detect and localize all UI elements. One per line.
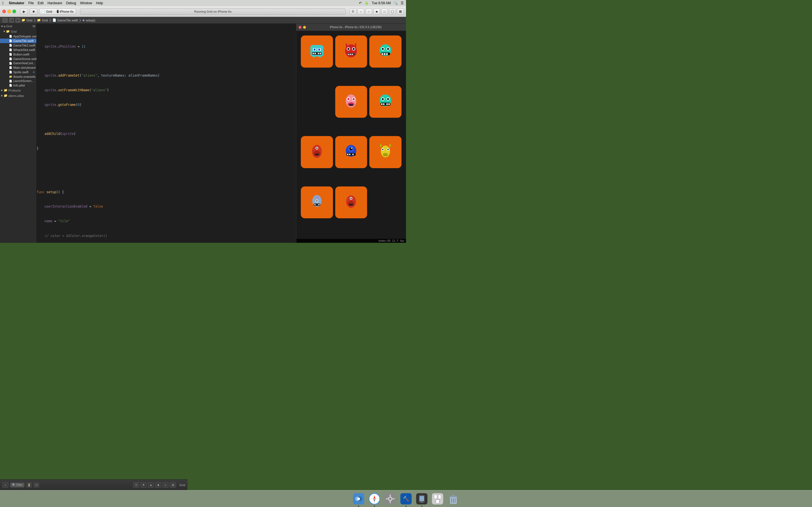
sim-close[interactable] [299, 26, 301, 29]
storyboard-icon2: 📄 [9, 80, 12, 82]
alien-cell-8 [369, 136, 402, 168]
sidebar-item-gametile2[interactable]: 📄 GameTile2.swift A [0, 43, 36, 48]
minimize-button[interactable] [7, 10, 11, 13]
swift-icon7: 📄 [9, 62, 12, 65]
menu-help[interactable]: Help [96, 1, 103, 5]
navigator-toggle[interactable]: ☰ [2, 18, 8, 23]
sidebar-group-aliens[interactable]: ▶ 📁 aliens.atlas [0, 93, 36, 98]
alien-cell-5 [369, 86, 402, 118]
svg-rect-68 [380, 144, 382, 147]
alien-sprite-1 [307, 42, 327, 61]
sidebar-item-gamescene[interactable]: 📄 GameScene.swift M [0, 57, 36, 61]
code-line: name = "tile" [37, 219, 296, 224]
sidebar-item-button[interactable]: 📄 Button.swift [0, 52, 36, 57]
code-editor[interactable]: sprite.zPosition = 11 sprite.addFrameSet… [37, 24, 296, 243]
menu-file[interactable]: File [28, 1, 34, 5]
swift-icon8: 📄 [9, 71, 12, 73]
sim-minimize[interactable] [303, 26, 306, 29]
menu-window[interactable]: Window [80, 1, 92, 5]
sidebar-item-launchscreen[interactable]: 📄 LaunchScreen... [0, 79, 36, 83]
sidebar-item-infoplist[interactable]: 📄 Info.plist [0, 83, 36, 88]
layout-button1[interactable]: ■ [373, 8, 380, 15]
bc-setup[interactable]: setup() [86, 18, 95, 22]
svg-rect-22 [355, 43, 356, 47]
alien-cell-empty1 [301, 86, 333, 118]
menu-debug[interactable]: Debug [66, 1, 76, 5]
navigator-button[interactable]: ☰ [350, 8, 356, 15]
sidebar-grid-label: Grid [11, 30, 17, 33]
badge-a4: A [33, 71, 35, 73]
run-button[interactable]: ▶ [20, 8, 28, 15]
item-label10: Assets.xcassets [13, 75, 36, 78]
layout-button3[interactable]: ◯ [389, 8, 396, 15]
swift-icon2: 📄 [9, 40, 12, 42]
apple-menu[interactable]:  [2, 1, 4, 5]
search-icon[interactable]: 🔍 [394, 1, 398, 5]
sidebar-group-grid[interactable]: ▶ 📁 Grid [0, 29, 36, 34]
menu-simulator[interactable]: Simulator [9, 1, 24, 5]
svg-rect-30 [384, 53, 386, 55]
sidebar-group-products[interactable]: ▶ 📁 Products [0, 88, 36, 93]
menu-hardware[interactable]: Hardware [48, 1, 62, 5]
activity-monitor: Running Grid on iPhone 6s [80, 8, 346, 15]
sidebar-item-assets[interactable]: 📁 Assets.xcassets [0, 74, 36, 79]
alien-sprite-6 [307, 142, 327, 162]
menubar:  Simulator File Edit Hardware Debug Win… [0, 0, 406, 6]
svg-point-65 [382, 149, 384, 150]
bc-gametile[interactable]: GameTile.swift [57, 18, 78, 22]
bc-icon-func: ◆ [82, 18, 85, 22]
bc-grid2[interactable]: Grid [42, 18, 48, 22]
alien-sprite-7 [341, 142, 361, 162]
stop-button[interactable]: ■ [30, 8, 38, 15]
swift-icon4: 📄 [9, 48, 12, 51]
svg-point-27 [387, 48, 389, 50]
forward-button[interactable]: › [365, 8, 372, 15]
close-button[interactable] [2, 10, 6, 13]
svg-rect-60 [349, 154, 350, 155]
maximize-button[interactable] [12, 10, 16, 13]
menu-edit[interactable]: Edit [38, 1, 44, 5]
svg-point-3 [313, 48, 315, 50]
utilities-button[interactable]: ▦ [397, 8, 404, 15]
item-label5: Button.swift [13, 53, 29, 56]
folder-icon3: 📁 [4, 94, 8, 98]
scheme-selector[interactable]: 📄 Grid › 📲 iPhone 6s [39, 8, 76, 15]
notification-icon[interactable]: ☰ [401, 1, 404, 5]
sidebar-item-whackslot[interactable]: 📄 WhackSlot.swift A [0, 48, 36, 52]
sidebar-root-group[interactable]: ▶ ■ Grid M [0, 24, 36, 29]
code-line [37, 59, 296, 64]
alien-cell-7 [335, 136, 367, 168]
bc-grid[interactable]: Grid [27, 18, 33, 22]
svg-point-56 [350, 147, 353, 151]
triangle-icon3: ▶ [1, 89, 3, 92]
svg-point-35 [348, 98, 350, 100]
svg-point-57 [351, 147, 352, 149]
scheme-icon2: 📲 [55, 10, 59, 13]
svg-rect-29 [382, 53, 383, 55]
svg-rect-69 [389, 144, 391, 147]
svg-rect-45 [381, 103, 383, 105]
item-label6: GameScene.swift [13, 57, 36, 61]
code-line: func setup() { [37, 190, 296, 194]
layout-button2[interactable]: □ [381, 8, 388, 15]
svg-point-73 [316, 200, 317, 202]
sidebar-item-sprite[interactable]: 📄 Sprite.swift A [0, 70, 36, 74]
alien-cell-3 [369, 36, 402, 68]
item-label3: GameTile2.swift [13, 44, 35, 47]
alien-cell-2 [335, 36, 367, 68]
sidebar-item-appdelegate[interactable]: 📄 AppDelegate.swift [0, 34, 36, 39]
triangle-icon4: ▶ [1, 94, 3, 97]
breadcrumb-forward[interactable]: ▶ [15, 18, 20, 23]
svg-point-51 [316, 147, 317, 149]
svg-point-42 [382, 98, 384, 100]
svg-point-71 [315, 196, 319, 200]
window-controls [2, 10, 16, 13]
sidebar-item-gameviewcontroller[interactable]: 📄 GameViewCont... M [0, 61, 36, 65]
svg-rect-9 [315, 53, 316, 54]
back-button[interactable]: ‹ [357, 8, 364, 15]
sidebar-item-mainstoryboard[interactable]: 📄 Main.storyboard [0, 65, 36, 70]
svg-point-16 [353, 48, 355, 50]
breadcrumb-back[interactable]: ◀ [9, 18, 14, 23]
sidebar-item-gametile[interactable]: 📄 GameTile.swift A [0, 39, 36, 43]
svg-rect-75 [314, 204, 315, 205]
